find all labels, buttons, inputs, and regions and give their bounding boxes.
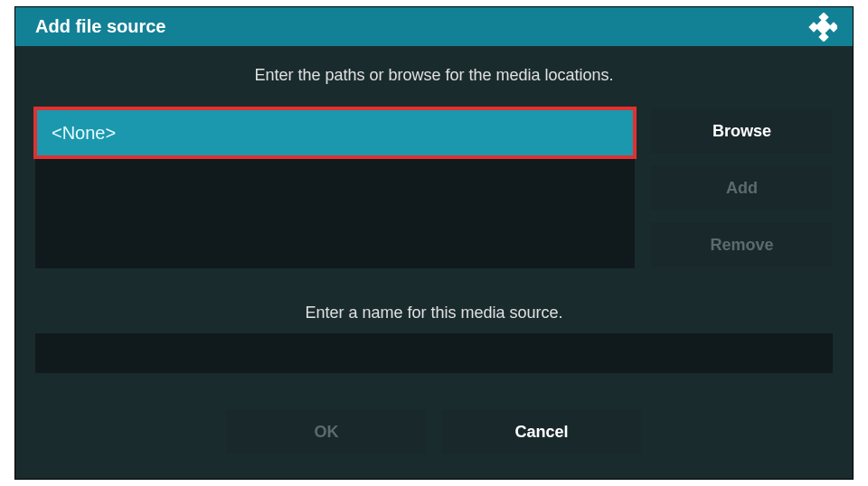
paths-list[interactable]: <None> [35,108,635,268]
add-button[interactable]: Add [651,165,833,210]
browse-button[interactable]: Browse [651,108,833,154]
name-instruction: Enter a name for this media source. [15,304,853,322]
remove-button[interactable]: Remove [651,222,833,267]
path-row-value: <None> [52,123,116,144]
cancel-button[interactable]: Cancel [442,409,641,454]
dialog-title: Add file source [35,16,165,37]
ok-button[interactable]: OK [227,409,426,454]
kodi-logo-icon [808,13,837,42]
side-buttons: Browse Add Remove [651,108,833,268]
paths-instruction: Enter the paths or browse for the media … [15,66,853,85]
path-row-selected[interactable]: <None> [33,107,637,159]
media-name-input[interactable] [35,333,833,373]
add-file-source-dialog: Add file source Enter the paths or brows… [14,6,854,480]
titlebar: Add file source [15,7,853,46]
svg-rect-4 [815,18,831,34]
footer-buttons: OK Cancel [15,409,853,454]
paths-area: <None> Browse Add Remove [35,108,833,268]
